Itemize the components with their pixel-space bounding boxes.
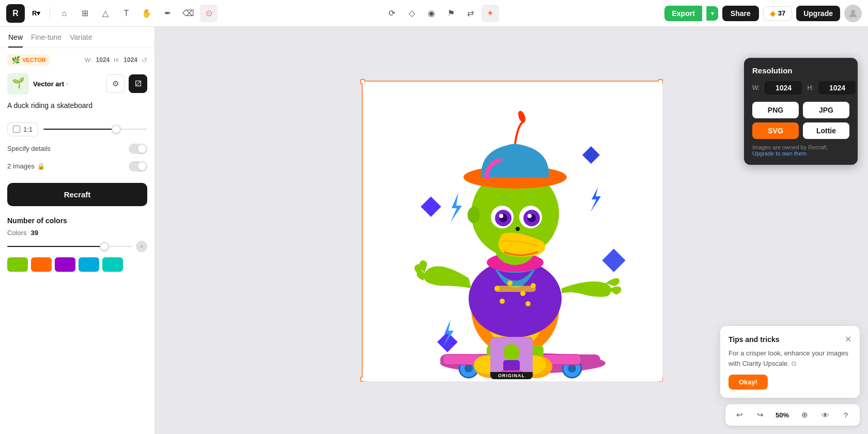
style-thumbnail[interactable]: 🌱 bbox=[7, 73, 29, 95]
style-random-button[interactable]: ⚂ bbox=[129, 74, 147, 93]
color-swatch-purple[interactable] bbox=[55, 257, 75, 272]
height-value: 1024 bbox=[123, 56, 137, 64]
text-tool[interactable]: T bbox=[117, 5, 135, 22]
diamond-icon: ◆ bbox=[770, 9, 776, 18]
colors-settings-button[interactable]: ○ bbox=[136, 241, 147, 252]
svg-point-28 bbox=[500, 299, 505, 304]
style-name-button[interactable]: Vector art › bbox=[33, 80, 102, 88]
upgrade-link[interactable]: Upgrade to own them bbox=[752, 150, 807, 157]
chevron-right-icon: › bbox=[66, 81, 68, 87]
color-swatch-teal[interactable] bbox=[102, 257, 123, 272]
images-row: 2 images 🔒 bbox=[7, 161, 147, 172]
path-tool[interactable]: ⟳ bbox=[383, 5, 401, 22]
svg-point-50 bbox=[468, 207, 480, 223]
canvas-frame: ORIGINAL bbox=[362, 81, 661, 380]
pen-tool[interactable]: ✒ bbox=[159, 5, 176, 22]
images-toggle[interactable] bbox=[129, 161, 147, 172]
resolution-inputs-row: W: H: bbox=[752, 81, 849, 95]
tips-close-button[interactable]: ✕ bbox=[845, 334, 851, 344]
export-dropdown-button[interactable]: ▾ bbox=[706, 6, 718, 21]
svg-point-47 bbox=[499, 214, 503, 218]
vector-icon: 🌿 bbox=[11, 56, 20, 64]
export-button[interactable]: Export bbox=[664, 6, 702, 21]
main-content: New Fine-tune Variate 🌿 VECTOR W: 1024 H… bbox=[0, 27, 868, 434]
brand-dropdown-button[interactable]: R▾ bbox=[28, 7, 44, 19]
eraser-tool[interactable]: ⌫ bbox=[179, 5, 197, 22]
res-height-input[interactable] bbox=[818, 81, 856, 95]
hand-tool[interactable]: ✋ bbox=[138, 5, 156, 22]
upgrade-button[interactable]: Upgrade bbox=[796, 6, 840, 21]
format-svg-button[interactable]: SVG bbox=[752, 122, 799, 139]
colors-count: 39 bbox=[31, 229, 38, 237]
style-name-label: Vector art bbox=[33, 80, 64, 88]
colors-slider-thumb[interactable] bbox=[100, 242, 109, 251]
fill-tool[interactable]: ◉ bbox=[423, 5, 440, 22]
width-label: W: bbox=[85, 57, 91, 63]
home-tool[interactable]: ⌂ bbox=[55, 5, 73, 22]
colors-settings-icon: ○ bbox=[140, 243, 143, 249]
style-settings-button[interactable]: ⚙ bbox=[106, 74, 125, 93]
eye-button[interactable]: 👁 bbox=[817, 407, 833, 423]
logo-button[interactable]: R bbox=[6, 4, 25, 23]
aspect-slider-thumb[interactable] bbox=[112, 125, 121, 134]
original-label: ORIGINAL bbox=[490, 372, 533, 379]
layers-tool[interactable]: ⊞ bbox=[76, 5, 94, 22]
color-swatch-green[interactable] bbox=[7, 257, 28, 272]
aspect-slider-row bbox=[43, 129, 147, 130]
svg-point-48 bbox=[528, 214, 532, 218]
tips-text: For a crisper look, enhance your images … bbox=[729, 348, 851, 368]
erase2-tool[interactable]: ◇ bbox=[403, 5, 421, 22]
recraft-button[interactable]: Recraft bbox=[7, 183, 147, 206]
transform-tool[interactable]: ⇄ bbox=[462, 5, 479, 22]
aspect-ratio-button[interactable]: 1:1 bbox=[7, 122, 38, 136]
user-avatar[interactable] bbox=[844, 5, 862, 22]
zoom-label: 50% bbox=[773, 411, 792, 419]
tab-finetune[interactable]: Fine-tune bbox=[31, 33, 61, 48]
colors-slider-row: ○ bbox=[7, 241, 147, 252]
aspect-ratio-row: 1:1 bbox=[7, 122, 147, 136]
undo-button[interactable]: ↩ bbox=[732, 407, 747, 423]
credits-count: 37 bbox=[778, 9, 785, 17]
share-button[interactable]: Share bbox=[722, 6, 759, 21]
style-thumb-image: 🌱 bbox=[7, 73, 29, 95]
height-label: H: bbox=[114, 57, 119, 63]
colors-slider-track[interactable] bbox=[7, 246, 132, 247]
color-swatch-orange[interactable] bbox=[31, 257, 52, 272]
aspect-slider-track[interactable] bbox=[43, 129, 147, 130]
toolbar-center: ⟳ ◇ ◉ ⚑ ⇄ ✦ bbox=[221, 5, 661, 22]
credits-button[interactable]: ◆ 37 bbox=[763, 6, 792, 21]
redo-button[interactable]: ↪ bbox=[752, 407, 768, 423]
vector-badge[interactable]: 🌿 VECTOR bbox=[7, 54, 50, 66]
format-jpg-button[interactable]: JPG bbox=[803, 102, 849, 118]
colors-section: Number of colors Colors 39 ○ bbox=[0, 211, 154, 277]
select-tool[interactable]: ⊙ bbox=[200, 5, 218, 22]
original-thumbnail[interactable]: ORIGINAL bbox=[490, 337, 533, 379]
refresh-icon[interactable]: ↺ bbox=[142, 56, 147, 64]
resolution-note: Images are owned by Recraft. Upgrade to … bbox=[752, 144, 849, 157]
layers-button[interactable]: ⊕ bbox=[797, 407, 812, 423]
magic-tool[interactable]: ✦ bbox=[482, 5, 499, 22]
colors-label-row: Colors 39 bbox=[7, 229, 147, 237]
res-width-input[interactable] bbox=[765, 81, 802, 95]
tab-new[interactable]: New bbox=[8, 33, 23, 48]
specify-details-toggle[interactable] bbox=[129, 144, 147, 154]
prompt-area: A duck riding a skateboard bbox=[0, 101, 154, 118]
canvas-area: ORIGINAL ↩ ↪ 50% ⊕ 👁 ? Resolution W: H: … bbox=[155, 27, 868, 434]
svg-point-0 bbox=[851, 10, 855, 14]
help-button[interactable]: ? bbox=[838, 407, 854, 423]
format-png-button[interactable]: PNG bbox=[752, 102, 799, 118]
prompt-text: A duck riding a skateboard bbox=[7, 101, 147, 111]
colors-swatch-row bbox=[7, 257, 147, 272]
tab-variate[interactable]: Variate bbox=[70, 33, 92, 48]
toolbar-left: R R▾ ⌂ ⊞ △ T ✋ ✒ ⌫ ⊙ bbox=[6, 4, 218, 23]
format-grid: PNG JPG SVG Lottie bbox=[752, 102, 849, 139]
svg-point-49 bbox=[516, 227, 520, 231]
color-swatch-blue[interactable] bbox=[79, 257, 99, 272]
specify-details-label: Specify details bbox=[7, 145, 123, 152]
shapes-tool[interactable]: △ bbox=[97, 5, 114, 22]
format-lottie-button[interactable]: Lottie bbox=[803, 122, 849, 139]
flag-tool[interactable]: ⚑ bbox=[442, 5, 460, 22]
images-thumb bbox=[138, 162, 146, 171]
svg-point-29 bbox=[525, 301, 531, 306]
tips-okay-button[interactable]: Okay! bbox=[729, 375, 768, 390]
